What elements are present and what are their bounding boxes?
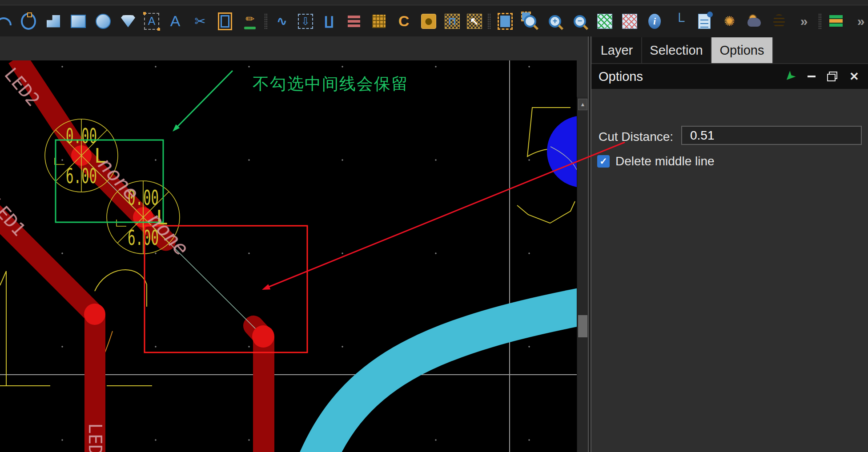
toolbar-separator [265,14,267,29]
ruler-tool-icon[interactable]: └ [671,12,688,31]
silk-curve [95,270,147,307]
cut-distance-input[interactable] [681,126,862,145]
rectangle-tool-icon[interactable] [69,12,87,31]
text-tool-icon[interactable]: A [166,12,184,31]
silk-smile-arc [517,201,575,223]
cut-distance-row: Cut Distance: [599,130,861,144]
paste-tool-icon[interactable]: ⇩ [298,14,313,29]
pin-icon[interactable]: ➤ [783,69,798,84]
ellipse-outline-tool-icon[interactable] [20,12,37,31]
pcb-editor-window: AA✂✏∿⇩∐C⊓↖+−i└✺»» [0,0,868,452]
options-panel-header: Options ➤ ✕ [591,64,868,89]
serpentine-tool-icon[interactable]: ⊓ [445,14,460,29]
brightness-tool-icon[interactable]: ✺ [720,12,738,31]
pcb-drawing: 0.00 6.00 L 0.00 6.00 L [0,60,577,452]
delete-middle-line-checkbox[interactable]: ✓ [597,155,610,168]
text-frame-tool-icon[interactable]: A [144,13,159,30]
theme-tool-icon[interactable] [745,12,763,31]
annotation-text: 不勾选中间线会保留 [253,75,409,93]
polygon-tool-icon[interactable] [44,12,62,31]
tab-layer[interactable]: Layer [592,37,642,63]
report-tool-icon[interactable] [695,12,713,31]
frame-tool-icon[interactable] [216,12,234,31]
right-panel: Layer Selection Options Options ➤ ✕ Cut … [591,36,868,452]
route-tool-icon[interactable]: ∐ [320,12,338,31]
cyan-arc-trace[interactable] [309,302,577,452]
via-pad-3[interactable] [252,325,274,348]
fit-selection-tool-icon[interactable] [496,12,514,31]
toolbar-icons: AA✂✏∿⇩∐C⊓↖+−i└✺»» [0,6,859,36]
pcb-canvas[interactable]: 0.00 6.00 L 0.00 6.00 L [0,60,577,452]
toolbar-separator [488,14,490,29]
select-filter-tool-icon[interactable]: ↖ [467,14,482,29]
restore-icon[interactable] [825,69,840,84]
toolbar-overflow-right-icon[interactable]: » [852,12,868,31]
toolbar-overflow-icon[interactable]: » [795,12,813,31]
tab-selection[interactable]: Selection [642,37,711,63]
minimize-icon[interactable] [804,69,819,84]
copper-area-tool-icon[interactable] [596,12,614,31]
led1-bottom-label: LED1 [85,423,105,452]
pad-led1[interactable] [84,304,105,325]
filled-ellipse-tool-icon[interactable] [94,12,112,31]
offset-top-1: 0.00 [66,124,97,148]
keepout-area-tool-icon[interactable] [621,12,639,31]
canvas-scrollbar[interactable]: ▲ [577,97,588,452]
measure-tool-icon[interactable]: ✏ [241,12,259,31]
close-icon[interactable]: ✕ [847,69,862,84]
green-annotation-arrow [173,71,233,132]
panel-tabbar: Layer Selection Options [591,36,868,63]
toolbar: AA✂✏∿⇩∐C⊓↖+−i└✺»» [0,0,868,36]
toolbar-separator [819,14,821,29]
zoom-in-tool-icon[interactable]: + [546,12,564,31]
options-panel-title: Options [599,69,783,84]
trace-led1[interactable] [0,206,105,452]
cut-tool-icon[interactable]: ✂ [191,12,209,31]
autoroute-tool-icon[interactable] [370,12,388,31]
scrollbar-up-button[interactable]: ▲ [578,99,587,110]
options-panel-body: Cut Distance: ✓ Delete middle line [591,89,868,452]
menubar-strip [0,0,868,5]
cut-distance-label: Cut Distance: [599,130,673,144]
offset-bottom-1: 6.00 [66,164,97,188]
bus-tool-icon[interactable] [345,12,363,31]
rotate-tool-icon[interactable]: C [395,12,413,31]
panel-splitter[interactable] [588,36,591,452]
delete-middle-line-row: ✓ Delete middle line [597,154,715,168]
fan-tool-icon[interactable] [119,12,137,31]
arc-tool-icon[interactable] [0,12,12,31]
tab-options[interactable]: Options [711,37,773,63]
view-3d-tool-icon[interactable] [770,12,788,31]
blue-pad-circle[interactable] [547,116,577,188]
node-edit-tool-icon[interactable]: ∿ [273,12,291,31]
info-tool-icon[interactable]: i [646,12,663,31]
zoom-out-tool-icon[interactable]: − [571,12,589,31]
zoom-selection-tool-icon[interactable] [521,12,539,31]
layer-manager-tool-icon[interactable] [827,12,845,31]
silk-digit1 [0,271,6,386]
canvas-area: 0.00 6.00 L 0.00 6.00 L [0,36,588,452]
delete-middle-line-label: Delete middle line [615,154,715,168]
scrollbar-thumb[interactable] [578,315,587,337]
pad-tool-icon[interactable] [420,12,438,31]
